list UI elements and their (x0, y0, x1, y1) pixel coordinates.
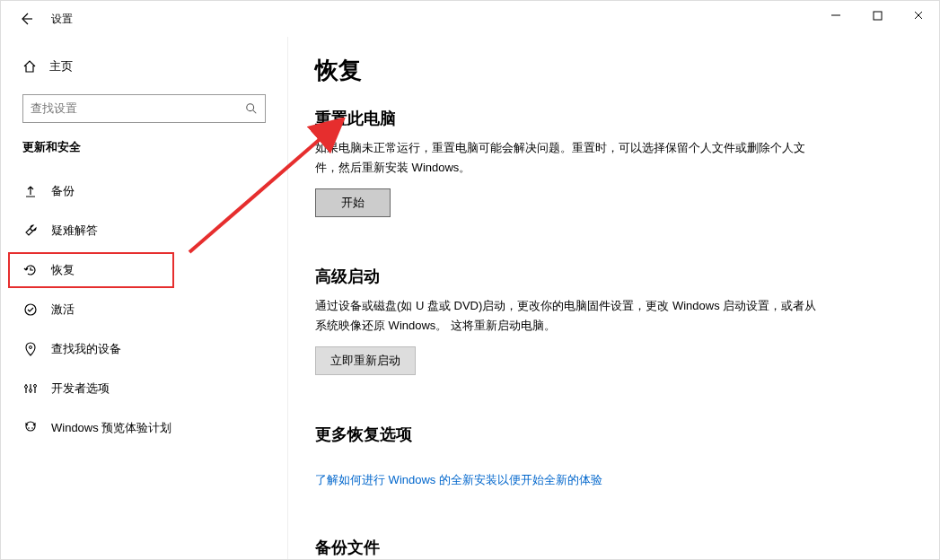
advanced-heading: 高级启动 (315, 266, 903, 287)
backup-heading: 备份文件 (315, 537, 903, 558)
sidebar-item-label: 激活 (51, 302, 75, 318)
sidebar-item-label: 疑难解答 (51, 223, 98, 239)
sidebar-section-heading: 更新和安全 (1, 139, 287, 155)
sidebar-item-label: 开发者选项 (51, 381, 110, 397)
more-options-heading: 更多恢复选项 (315, 424, 903, 445)
window-title: 设置 (51, 12, 73, 27)
minimize-button[interactable] (815, 1, 857, 30)
sidebar-item-label: 恢复 (51, 262, 75, 278)
page-title: 恢复 (315, 55, 903, 86)
search-container: 查找设置 (22, 94, 266, 123)
restart-now-button[interactable]: 立即重新启动 (315, 346, 416, 375)
sidebar-item-backup[interactable]: 备份 (1, 171, 287, 211)
advanced-description: 通过设备或磁盘(如 U 盘或 DVD)启动，更改你的电脑固件设置，更改 Wind… (315, 296, 818, 336)
fresh-install-link[interactable]: 了解如何进行 Windows 的全新安装以便开始全新的体验 (315, 473, 602, 486)
sliders-icon (22, 381, 39, 397)
svg-point-2 (25, 304, 36, 315)
back-button[interactable] (8, 1, 44, 37)
svg-rect-0 (874, 12, 882, 20)
minimize-icon (830, 10, 841, 21)
sidebar-item-label: 备份 (51, 183, 75, 199)
sidebar-item-developer[interactable]: 开发者选项 (1, 369, 287, 408)
search-placeholder: 查找设置 (31, 101, 245, 117)
wrench-icon (22, 223, 39, 239)
search-icon (245, 102, 258, 115)
ninja-cat-icon (22, 420, 39, 436)
reset-heading: 重置此电脑 (315, 108, 903, 129)
location-icon (22, 341, 39, 357)
main-content: 恢复 重置此电脑 如果电脑未正常运行，重置电脑可能会解决问题。重置时，可以选择保… (288, 37, 939, 559)
arrow-left-icon (19, 12, 33, 26)
svg-point-4 (25, 386, 28, 389)
home-icon (22, 59, 37, 74)
sidebar-item-label: 查找我的设备 (51, 341, 121, 357)
history-icon (22, 262, 39, 278)
reset-start-button[interactable]: 开始 (315, 188, 391, 217)
svg-point-5 (30, 389, 32, 392)
home-link[interactable]: 主页 (1, 48, 287, 85)
close-button[interactable] (898, 1, 939, 30)
svg-point-1 (247, 104, 254, 111)
sidebar-item-troubleshoot[interactable]: 疑难解答 (1, 211, 287, 250)
sidebar-item-recovery[interactable]: 恢复 (1, 250, 287, 290)
svg-point-7 (28, 427, 30, 429)
sidebar-item-find-device[interactable]: 查找我的设备 (1, 329, 287, 369)
window-controls (815, 1, 939, 37)
home-label: 主页 (49, 58, 73, 74)
search-input[interactable]: 查找设置 (22, 94, 266, 123)
maximize-icon (873, 11, 883, 21)
upload-icon (22, 183, 39, 199)
sidebar-item-activation[interactable]: 激活 (1, 290, 287, 329)
svg-point-6 (34, 385, 37, 388)
check-circle-icon (22, 302, 39, 318)
sidebar: 主页 查找设置 更新和安全 备份 疑难解答 (1, 37, 288, 559)
reset-description: 如果电脑未正常运行，重置电脑可能会解决问题。重置时，可以选择保留个人文件或删除个… (315, 138, 818, 178)
svg-point-8 (31, 427, 33, 429)
svg-point-3 (30, 346, 32, 349)
sidebar-item-label: Windows 预览体验计划 (51, 420, 171, 436)
sidebar-item-insider[interactable]: Windows 预览体验计划 (1, 408, 287, 448)
close-icon (913, 10, 924, 21)
maximize-button[interactable] (857, 1, 898, 30)
titlebar: 设置 (1, 1, 939, 37)
